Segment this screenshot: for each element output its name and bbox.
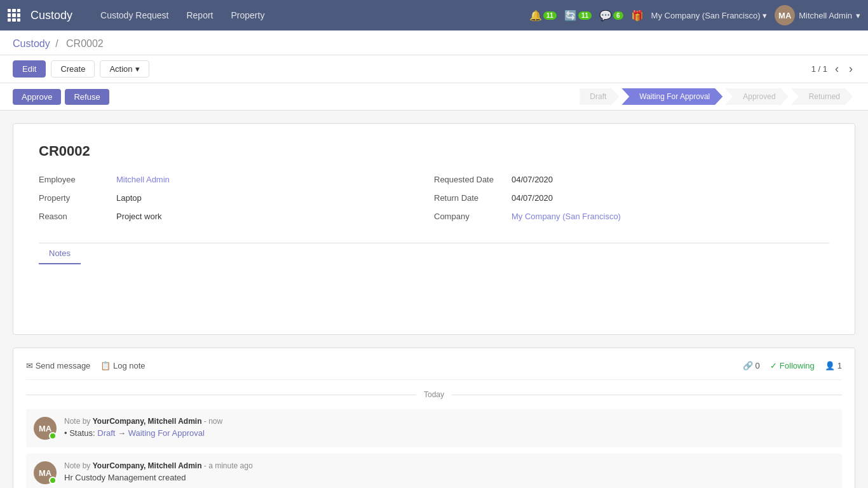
message-author-1: YourCompany, Mitchell Admin — [93, 417, 202, 426]
message-content-1: Note by YourCompany, Mitchell Admin - no… — [64, 417, 834, 440]
pipeline-steps: Draft Waiting For Approval Approved Retu… — [580, 88, 855, 105]
employee-value[interactable]: Mitchell Admin — [116, 175, 170, 184]
menu-item-custody-request[interactable]: Custody Request — [93, 6, 176, 24]
action-button[interactable]: Action ▾ — [100, 60, 149, 78]
return-date-label: Return Date — [434, 193, 504, 203]
breadcrumb-separator: / — [55, 38, 58, 49]
return-date-value: 04/07/2020 — [512, 193, 553, 203]
property-label: Property — [39, 193, 109, 203]
message-avatar-2: MA — [34, 461, 57, 484]
pipeline-step-draft[interactable]: Draft — [580, 88, 619, 105]
edit-button[interactable]: Edit — [13, 60, 46, 78]
chatter-right: 🔗 0 ✓ Following 👤 1 — [743, 361, 842, 370]
pipeline-step-approved[interactable]: Approved — [725, 88, 788, 105]
chat-badge: 6 — [613, 11, 623, 20]
notifications-badge: 11 — [543, 11, 557, 20]
next-record-button[interactable]: › — [846, 61, 855, 77]
send-message-button[interactable]: ✉ Send message — [26, 358, 90, 373]
activity-icon[interactable]: 🔄 11 — [564, 10, 592, 22]
following-button[interactable]: ✓ Following — [770, 361, 815, 370]
status-bar: Approve Refuse Draft Waiting For Approva… — [0, 83, 868, 111]
create-button[interactable]: Create — [51, 60, 95, 78]
gift-icon[interactable]: 🎁 — [631, 10, 644, 22]
property-value: Laptop — [116, 193, 142, 203]
chatter-section: ✉ Send message 📋 Log note 🔗 0 ✓ Followin… — [13, 348, 855, 488]
chatter-toolbar: ✉ Send message 📋 Log note 🔗 0 ✓ Followin… — [26, 358, 842, 380]
attachments-count[interactable]: 🔗 0 — [743, 361, 760, 370]
main-menu: Custody Request Report Property — [93, 6, 272, 24]
company-label: Company — [434, 212, 504, 221]
menu-item-report[interactable]: Report — [179, 6, 220, 24]
tab-content-notes — [39, 264, 829, 315]
message-header-2: Note by YourCompany, Mitchell Admin - a … — [64, 461, 834, 470]
reason-field: Reason Project work — [39, 212, 434, 221]
tab-header: Notes — [39, 243, 829, 264]
menu-item-property[interactable]: Property — [223, 6, 272, 24]
company-value[interactable]: My Company (San Francisco) — [512, 212, 621, 221]
user-menu[interactable]: MA Mitchell Admin ▾ — [775, 5, 860, 25]
followers-count[interactable]: 👤 1 — [825, 361, 842, 370]
company-field: Company My Company (San Francisco) — [434, 212, 829, 221]
message-item-2: MA Note by YourCompany, Mitchell Admin -… — [26, 454, 842, 488]
toolbar-right: 1 / 1 ‹ › — [811, 61, 855, 77]
breadcrumb-parent[interactable]: Custody — [13, 38, 50, 49]
message-avatar-1: MA — [34, 417, 57, 440]
message-author-2: YourCompany, Mitchell Admin — [93, 461, 202, 470]
requested-date-value: 04/07/2020 — [512, 175, 553, 184]
property-field: Property Laptop — [39, 193, 434, 203]
tabs-area: Notes — [39, 243, 829, 315]
company-selector[interactable]: My Company (San Francisco) ▾ — [651, 11, 768, 20]
message-header-1: Note by YourCompany, Mitchell Admin - no… — [64, 417, 834, 426]
avatar-online-badge — [49, 432, 57, 440]
breadcrumb: Custody / CR0002 — [13, 38, 855, 50]
breadcrumb-bar: Custody / CR0002 — [0, 30, 868, 55]
message-body-1: • Status: Draft → Waiting For Approval — [64, 428, 834, 438]
message-content-2: Note by YourCompany, Mitchell Admin - a … — [64, 461, 834, 484]
user-avatar: MA — [775, 5, 795, 25]
approve-button[interactable]: Approve — [13, 89, 61, 105]
activity-badge: 11 — [578, 11, 592, 20]
chat-icon[interactable]: 💬 6 — [599, 10, 623, 22]
message-timestamp-2: a minute ago — [208, 461, 252, 470]
employee-label: Employee — [39, 175, 109, 184]
avatar-online-badge-2 — [49, 477, 57, 484]
prev-record-button[interactable]: ‹ — [832, 61, 841, 77]
tab-notes[interactable]: Notes — [39, 243, 81, 264]
status-actions: Approve Refuse — [13, 89, 109, 105]
requested-date-label: Requested Date — [434, 175, 504, 184]
apps-menu-icon[interactable] — [8, 9, 20, 22]
record-card: CR0002 Employee Mitchell Admin Property … — [13, 123, 855, 335]
pipeline-step-waiting[interactable]: Waiting For Approval — [621, 88, 722, 105]
content-area: CR0002 Employee Mitchell Admin Property … — [0, 111, 868, 488]
today-divider: Today — [26, 390, 842, 399]
message-timestamp-1: now — [208, 417, 222, 426]
top-navbar: Custody Custody Request Report Property … — [0, 0, 868, 30]
message-body-2: Hr Custody Management created — [64, 473, 834, 482]
return-date-field: Return Date 04/07/2020 — [434, 193, 829, 203]
employee-field: Employee Mitchell Admin — [39, 175, 434, 184]
app-brand: Custody — [31, 9, 72, 22]
message-item: MA Note by YourCompany, Mitchell Admin -… — [26, 409, 842, 447]
log-note-button[interactable]: 📋 Log note — [100, 358, 145, 373]
requested-date-field: Requested Date 04/07/2020 — [434, 175, 829, 184]
reason-value: Project work — [116, 212, 162, 221]
reason-label: Reason — [39, 212, 109, 221]
pagination-info: 1 / 1 — [811, 64, 827, 74]
record-id: CR0002 — [39, 143, 829, 159]
navbar-right: 🔔 11 🔄 11 💬 6 🎁 My Company (San Francisc… — [529, 5, 860, 25]
record-toolbar: Edit Create Action ▾ 1 / 1 ‹ › — [0, 55, 868, 83]
pipeline-step-returned[interactable]: Returned — [791, 88, 853, 105]
breadcrumb-current: CR0002 — [66, 38, 104, 49]
notifications-icon[interactable]: 🔔 11 — [529, 10, 557, 22]
fields-grid: Employee Mitchell Admin Property Laptop … — [39, 175, 829, 230]
refuse-button[interactable]: Refuse — [65, 89, 109, 105]
